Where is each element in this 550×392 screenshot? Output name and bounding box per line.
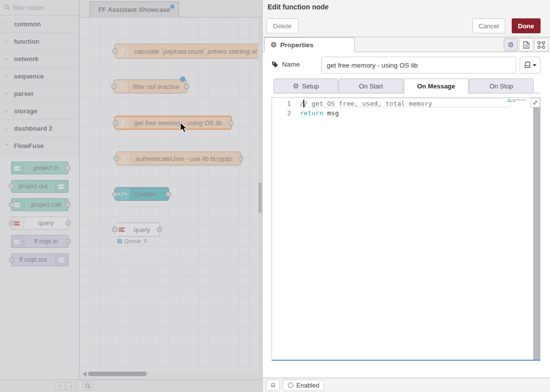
chevron-right-icon: › xyxy=(5,20,9,27)
node-properties-form: Name ⚙ Setup On Start On Message xyxy=(263,53,550,378)
palette-node-ff-mqtt-in[interactable]: ff mqtt in xyxy=(11,235,69,248)
edit-properties-button[interactable]: ⚙ xyxy=(504,38,518,51)
palette-category-flowfuse[interactable]: ›FlowFuse xyxy=(0,137,79,155)
flow-modified-dot xyxy=(170,4,175,9)
name-row: Name xyxy=(272,57,541,74)
book-icon xyxy=(271,382,275,389)
tag-icon xyxy=(272,61,278,68)
output-port[interactable] xyxy=(66,239,71,244)
workspace-footer xyxy=(80,380,262,392)
palette-node-project-call[interactable]: project call xyxy=(11,198,69,211)
palette-category-dashboard2[interactable]: ›dashboard 2 xyxy=(0,120,79,137)
output-port[interactable] xyxy=(184,84,189,89)
tab-on-stop[interactable]: On Stop xyxy=(469,78,534,93)
palette-category-storage[interactable]: ›storage xyxy=(0,102,79,120)
flow-tab-bar: FF Assistant Showcase xyxy=(80,0,262,17)
canvas-horizontal-scrollbar[interactable] xyxy=(80,371,259,377)
palette-category-parser[interactable]: ›parser xyxy=(0,85,79,102)
palette-category-network[interactable]: ›network xyxy=(0,50,79,68)
palette-category-function[interactable]: ›function xyxy=(0,33,79,50)
editor-minimap xyxy=(507,99,529,104)
tray-toolbar: Delete Cancel Done xyxy=(263,14,550,37)
palette-sidebar: filter nodes ›common ›function ›network … xyxy=(0,0,80,392)
node-query-status: Queue: 0 xyxy=(117,238,147,244)
node-get-free-memory[interactable]: ƒ get free memory - using OS lib xyxy=(114,116,232,130)
input-port[interactable] xyxy=(112,49,117,54)
flowfuse-icon xyxy=(11,162,24,174)
input-port[interactable] xyxy=(113,121,118,126)
output-port[interactable] xyxy=(238,156,243,161)
flowfuse-icon xyxy=(11,235,24,247)
tab-properties[interactable]: ⚙ Properties xyxy=(264,37,355,52)
edit-appearance-button[interactable] xyxy=(534,38,548,51)
code-editor[interactable]: 1 // get OS free, used, total memory 2 r… xyxy=(272,97,541,361)
palette-node-project-in[interactable]: project in xyxy=(11,161,69,174)
edit-description-button[interactable] xyxy=(519,38,533,51)
cancel-button[interactable]: Cancel xyxy=(472,18,505,33)
output-port[interactable] xyxy=(166,192,171,197)
gear-icon: ⚙ xyxy=(293,82,299,89)
input-port[interactable] xyxy=(9,184,14,189)
palette-node-project-out[interactable]: project out xyxy=(11,180,69,193)
editor-scrollbar[interactable] xyxy=(533,107,540,360)
output-port[interactable] xyxy=(228,121,233,126)
gear-icon: ⚙ xyxy=(508,41,514,48)
library-button[interactable] xyxy=(266,380,280,391)
node-authenticate-user[interactable]: ƒ authenticateUser - use lib bcryptjs xyxy=(116,152,241,165)
flow-tab[interactable]: FF Assistant Showcase xyxy=(90,1,179,17)
collapse-all-button[interactable]: » xyxy=(55,382,66,391)
node-counter[interactable]: </> Counter xyxy=(114,187,169,201)
chevron-down-icon: › xyxy=(3,144,10,148)
tray-header: Edit function node xyxy=(263,0,550,14)
canvas-vertical-scrollbar[interactable] xyxy=(258,17,262,371)
node-filter-out-inactive[interactable]: ƒ filter out inactive xyxy=(113,79,187,93)
input-port[interactable] xyxy=(112,192,117,197)
input-port[interactable] xyxy=(9,257,14,262)
search-flows-button[interactable] xyxy=(83,382,93,391)
editor-expand-button[interactable] xyxy=(531,98,540,107)
enabled-toggle-button[interactable]: Enabled xyxy=(283,380,324,391)
flowfuse-icon xyxy=(55,254,68,266)
node-query[interactable]: query xyxy=(114,223,160,236)
node-calculate-primes[interactable]: ƒ calculate `payload.count` primes start… xyxy=(114,44,259,59)
palette-node-query[interactable]: query xyxy=(11,217,69,230)
output-port[interactable] xyxy=(66,165,71,170)
palette-node-ff-mqtt-out[interactable]: ff mqtt out xyxy=(11,253,69,266)
scrollbar-thumb[interactable] xyxy=(88,372,147,376)
code-line: 2 return msg xyxy=(272,108,540,118)
node-changed-dot xyxy=(180,77,185,82)
chevron-right-icon: › xyxy=(5,73,9,79)
flow-workspace: FF Assistant Showcase ƒ calculate `paylo… xyxy=(80,0,262,392)
gear-icon: ⚙ xyxy=(271,41,277,48)
node-red-editor: filter nodes ›common ›function ›network … xyxy=(0,0,550,392)
output-port[interactable] xyxy=(66,221,71,226)
input-port[interactable] xyxy=(9,221,14,226)
tab-setup[interactable]: ⚙ Setup xyxy=(274,78,338,93)
delete-button[interactable]: Delete xyxy=(267,18,298,33)
expand-all-button[interactable]: » xyxy=(66,382,77,391)
scrollbar-thumb[interactable] xyxy=(259,183,262,213)
name-input[interactable] xyxy=(321,57,516,74)
done-button[interactable]: Done xyxy=(512,18,541,33)
workspace-left: filter nodes ›common ›function ›network … xyxy=(0,0,262,392)
chevron-right-icon: › xyxy=(5,55,9,62)
chevron-right-icon: › xyxy=(5,90,9,97)
chevron-right-icon: › xyxy=(5,125,9,132)
output-port[interactable] xyxy=(157,227,162,232)
input-port[interactable] xyxy=(111,84,116,89)
input-port[interactable] xyxy=(114,156,119,161)
chevron-right-icon: › xyxy=(5,107,9,114)
tab-on-start[interactable]: On Start xyxy=(339,78,403,93)
input-port[interactable] xyxy=(9,202,14,207)
palette-category-common[interactable]: ›common xyxy=(0,15,79,33)
tab-on-message[interactable]: On Message xyxy=(404,78,468,93)
scroll-left-arrow[interactable] xyxy=(83,372,87,377)
flow-canvas[interactable]: ƒ calculate `payload.count` primes start… xyxy=(80,17,259,371)
library-dropdown-button[interactable] xyxy=(520,57,541,74)
output-port[interactable] xyxy=(66,202,71,207)
palette-search[interactable]: filter nodes xyxy=(0,0,79,15)
palette-category-sequence[interactable]: ›sequence xyxy=(0,68,79,85)
palette-search-placeholder: filter nodes xyxy=(13,4,45,11)
input-port[interactable] xyxy=(112,227,117,232)
flow-tab-label: FF Assistant Showcase xyxy=(98,6,171,13)
